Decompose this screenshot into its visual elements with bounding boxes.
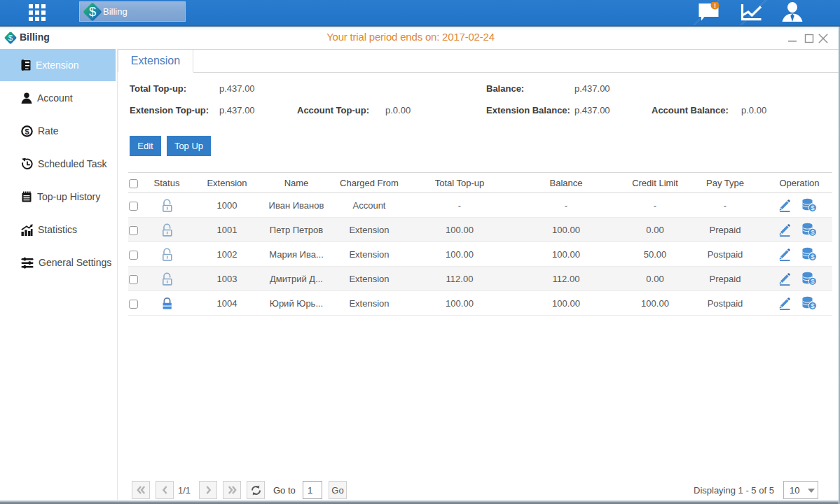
svg-text:$: $	[811, 277, 815, 285]
svg-text:$: $	[811, 253, 815, 260]
svg-text:$: $	[811, 228, 815, 236]
svg-text:!: !	[714, 2, 716, 9]
svg-text:$: $	[811, 204, 815, 211]
svg-text:$: $	[25, 127, 29, 136]
svg-text:$: $	[811, 302, 815, 309]
svg-text:$: $	[89, 4, 96, 19]
